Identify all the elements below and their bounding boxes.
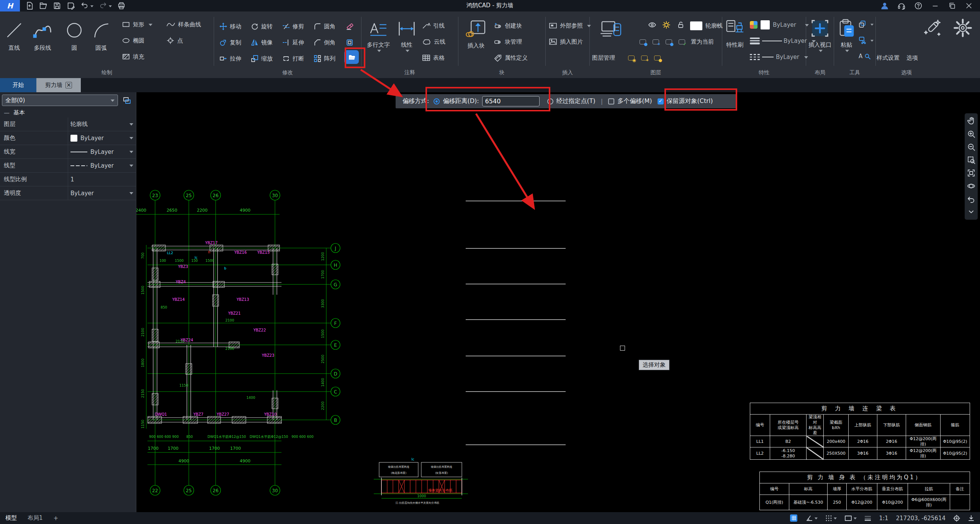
gear-icon[interactable] bbox=[952, 21, 973, 34]
spline-button[interactable]: 样条曲线 bbox=[166, 18, 201, 31]
style-settings-button[interactable]: 样式设置 bbox=[877, 51, 900, 64]
object-snap-icon[interactable] bbox=[844, 515, 857, 521]
layer-unlock-icon[interactable] bbox=[677, 18, 685, 31]
color-dropdown[interactable]: ByLayer bbox=[773, 18, 809, 31]
prop-value-transparency[interactable]: ByLayer bbox=[68, 186, 136, 200]
rectangle-button[interactable]: 矩形 bbox=[122, 18, 152, 31]
insert-image-button[interactable]: 插入图片 bbox=[549, 35, 583, 48]
basic-section-header[interactable]: —基本 bbox=[4, 109, 25, 116]
vp-layer-lock-icon[interactable]: ● bbox=[654, 51, 661, 64]
layer-on-icon[interactable] bbox=[648, 18, 656, 31]
set-current-icon[interactable]: ✓ bbox=[679, 35, 685, 48]
app-logo-icon[interactable]: H bbox=[0, 0, 20, 11]
tab-drawing[interactable]: 剪力墙× bbox=[36, 78, 81, 92]
dimension-button[interactable]: 线性 bbox=[396, 18, 417, 53]
match-properties-button[interactable]: 特性刷 bbox=[723, 18, 747, 49]
nav-more-chevron-icon[interactable] bbox=[966, 207, 977, 217]
vp-layer-on-icon[interactable]: ◉ bbox=[628, 51, 635, 64]
offset-distance-input[interactable] bbox=[482, 96, 540, 106]
line-button[interactable]: 直线 bbox=[5, 18, 24, 52]
save-button[interactable] bbox=[51, 1, 63, 11]
cut-clip-button[interactable] bbox=[859, 34, 874, 47]
point-button[interactable]: 点 bbox=[166, 34, 183, 47]
copy-clip-button[interactable] bbox=[859, 18, 874, 31]
fillet-button[interactable]: 圆角 bbox=[314, 20, 335, 33]
table-button[interactable]: 表格 bbox=[422, 51, 445, 64]
ellipse-button[interactable]: 椭圆 bbox=[122, 34, 144, 47]
options-button[interactable]: 选项 bbox=[906, 51, 918, 64]
offset-active-icon[interactable] bbox=[344, 50, 359, 64]
layout1-tab[interactable]: 布局1 bbox=[28, 514, 43, 522]
current-layer-swatch[interactable] bbox=[690, 19, 702, 32]
offset-distance-radio[interactable] bbox=[434, 98, 440, 104]
snap-grid-icon[interactable] bbox=[825, 515, 837, 522]
break-button[interactable]: 打断 bbox=[282, 52, 304, 65]
mtext-button[interactable]: 多行文字 bbox=[365, 18, 392, 53]
zoom-window-icon[interactable] bbox=[966, 155, 977, 165]
zoom-in-icon[interactable] bbox=[966, 129, 977, 139]
quick-select-icon[interactable] bbox=[120, 96, 134, 106]
layer-properties-button[interactable] bbox=[599, 18, 623, 41]
trim-button[interactable]: 修剪 bbox=[282, 20, 304, 33]
save-as-button[interactable] bbox=[65, 1, 77, 11]
erase-icon[interactable] bbox=[346, 20, 354, 33]
lineweight-display-icon[interactable] bbox=[864, 516, 871, 521]
linetype-dropdown[interactable]: ByLayer bbox=[776, 51, 808, 64]
prop-value-lineweight[interactable]: ByLayer bbox=[68, 145, 136, 158]
polar-tracking-icon[interactable] bbox=[805, 514, 818, 522]
prop-value-linetype[interactable]: ByLayer bbox=[68, 159, 136, 172]
find-text-button[interactable]: A bbox=[859, 50, 870, 63]
through-point-radio[interactable] bbox=[547, 98, 553, 104]
zoom-extents-icon[interactable] bbox=[966, 168, 977, 178]
close-button[interactable] bbox=[962, 0, 975, 11]
rotate-button[interactable]: 旋转 bbox=[251, 20, 273, 33]
attribute-define-button[interactable]: 属性定义 bbox=[494, 51, 528, 64]
block-manager-button[interactable]: 块管理 bbox=[494, 35, 522, 48]
set-current-button[interactable]: 置为当前 bbox=[691, 35, 714, 48]
create-block-button[interactable]: 创建块 bbox=[494, 19, 522, 32]
selection-filter-dropdown[interactable]: 全部(0) bbox=[2, 95, 118, 106]
user-avatar-icon[interactable] bbox=[878, 0, 891, 11]
xref-button[interactable]: 外部参照 bbox=[549, 19, 591, 32]
zoom-out-icon[interactable] bbox=[966, 142, 977, 152]
paste-button[interactable]: 粘贴 bbox=[836, 18, 857, 53]
layer-dropdown-caret[interactable] bbox=[713, 19, 720, 32]
copy-button[interactable]: 复制 bbox=[219, 36, 241, 49]
layer-manager-button[interactable]: 图层管理 bbox=[592, 51, 615, 64]
insert-block-button[interactable]: 插入块 bbox=[462, 18, 490, 49]
hatch-button[interactable]: 填充 bbox=[122, 50, 144, 63]
support-headset-icon[interactable] bbox=[895, 0, 908, 11]
extend-button[interactable]: 延伸 bbox=[282, 36, 304, 49]
ucs-grid-icon[interactable] bbox=[790, 514, 798, 522]
help-icon[interactable] bbox=[912, 0, 925, 11]
isolate-objects-icon[interactable] bbox=[953, 515, 960, 522]
arc-button[interactable]: 圆弧 bbox=[91, 18, 111, 52]
layer-freeze-icon[interactable]: ✶ bbox=[653, 35, 659, 48]
prop-value-color[interactable]: ByLayer bbox=[68, 131, 136, 145]
polyline-button[interactable]: 多段线 bbox=[31, 18, 54, 52]
magic-wand-icon[interactable] bbox=[922, 21, 942, 34]
insert-viewport-button[interactable]: 插入视口 bbox=[809, 18, 831, 53]
pan-icon[interactable] bbox=[966, 116, 977, 126]
keep-source-checkbox[interactable] bbox=[658, 98, 664, 104]
minimize-button[interactable] bbox=[929, 0, 942, 11]
leader-button[interactable]: 引线 bbox=[422, 19, 445, 32]
undo-button[interactable] bbox=[79, 1, 95, 11]
vp-layer-thaw-icon[interactable]: ✶ bbox=[641, 51, 648, 64]
maximize-button[interactable] bbox=[946, 0, 959, 11]
open-file-button[interactable] bbox=[38, 1, 49, 11]
chamfer-button[interactable]: 倒角 bbox=[314, 36, 335, 49]
drawing-canvas[interactable]: 23 25 26 30 22 25 26 30 J H G F E bbox=[136, 92, 980, 512]
add-layout-button[interactable]: + bbox=[54, 515, 59, 522]
layer-thaw-icon[interactable] bbox=[663, 18, 670, 31]
redo-button[interactable] bbox=[97, 1, 113, 11]
layer-off-icon[interactable]: ● bbox=[640, 35, 646, 48]
offset-rect-icon[interactable] bbox=[346, 36, 353, 49]
offset-button[interactable] bbox=[344, 51, 359, 64]
tab-close-icon[interactable]: × bbox=[65, 82, 72, 88]
prop-value-ltscale[interactable]: 1 bbox=[68, 173, 136, 186]
offset-preview-lines[interactable] bbox=[466, 201, 566, 445]
print-button[interactable] bbox=[116, 1, 127, 11]
clean-screen-icon[interactable] bbox=[968, 515, 975, 522]
layer-lock-icon[interactable]: ● bbox=[666, 35, 672, 48]
